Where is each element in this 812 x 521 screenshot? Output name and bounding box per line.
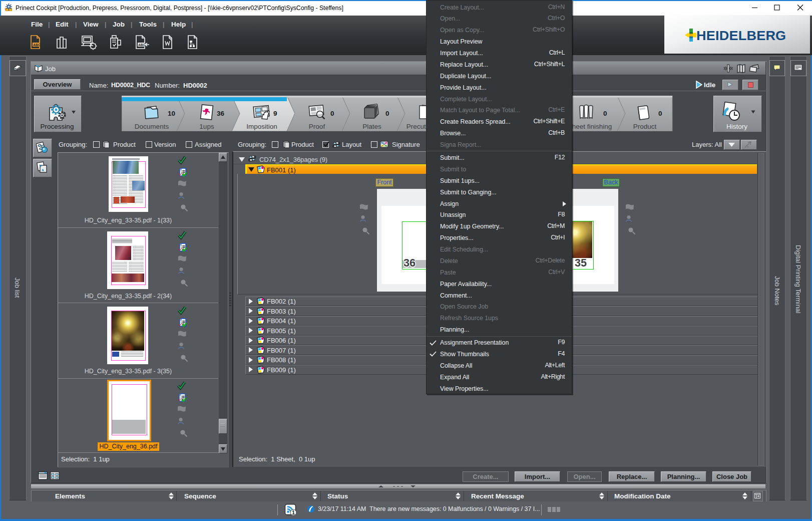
svg-text:0: 0 <box>658 110 662 117</box>
svg-text:Product: Product <box>633 123 657 130</box>
svg-text:0: 0 <box>603 110 607 117</box>
svg-text:Sheet finishing: Sheet finishing <box>568 123 612 130</box>
svg-text:Documents: Documents <box>135 123 169 130</box>
svg-text:1: 1 <box>292 509 295 515</box>
svg-text:36: 36 <box>217 110 225 117</box>
svg-text:9: 9 <box>273 110 277 117</box>
svg-text:0: 0 <box>330 110 334 117</box>
svg-text:ABC: ABC <box>138 43 146 47</box>
svg-text:Plates: Plates <box>362 123 381 130</box>
svg-text:Proof: Proof <box>309 123 325 130</box>
svg-text:0: 0 <box>385 110 389 117</box>
svg-text:10: 10 <box>168 110 175 117</box>
svg-text:1ups: 1ups <box>199 123 214 130</box>
svg-text:Imposition: Imposition <box>246 123 277 130</box>
svg-text:ABC: ABC <box>33 43 41 47</box>
